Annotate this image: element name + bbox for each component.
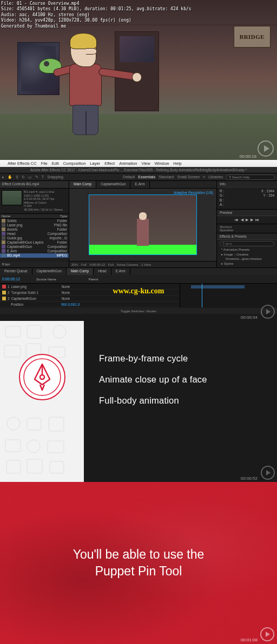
tl-tab-head[interactable]: Head xyxy=(94,268,111,275)
tl-tab-captain[interactable]: CaptainwithGun xyxy=(32,268,67,275)
project-columns: Name Type xyxy=(0,214,69,219)
meta-audio: Audio: aac, 44100 Hz, stereo (eng) xyxy=(1,12,192,18)
libraries-link[interactable]: Libraries xyxy=(208,175,223,179)
tl-tab-render[interactable]: Render Queue xyxy=(0,268,32,275)
adaptive-resolution-label: Adaptive Resolution (1/8) xyxy=(174,191,213,194)
pen-tool-badge-icon xyxy=(18,353,66,401)
meta-video: Video: h264, yuv420p, 1280x720, 30.00 fp… xyxy=(1,18,192,23)
menu-app[interactable]: After Effects CC xyxy=(8,161,37,166)
project-panel: Effect Controls BG.mp4 BG.mp4 ▾, used 1 … xyxy=(0,181,69,267)
search-icon: ⚲ xyxy=(222,242,225,245)
preview-last-icon[interactable]: ⏭ xyxy=(255,218,259,222)
animation-preview-frame: File: 01 - Course Overview.mp4 Size: 450… xyxy=(0,0,277,160)
play-icon[interactable] xyxy=(261,305,275,319)
slide-left-panel xyxy=(0,321,84,482)
bridge-sign: BRIDGE xyxy=(234,26,271,48)
zoom-tool-icon[interactable]: ⚲ xyxy=(16,175,18,179)
preview-play-icon[interactable]: ▶ xyxy=(246,218,248,222)
menu-window[interactable]: Window xyxy=(155,161,169,166)
preview-prev-icon[interactable]: ◀ xyxy=(241,218,243,222)
effects-panel-title[interactable]: Effects & Presets xyxy=(217,233,277,240)
menu-edit[interactable]: Edit xyxy=(52,161,59,166)
play-icon[interactable] xyxy=(260,627,274,641)
timecode[interactable]: 0:00:00:12 xyxy=(2,277,20,281)
preview-next-icon[interactable]: ▶ xyxy=(250,218,253,222)
pointer-tool-icon[interactable]: ▸ xyxy=(2,175,4,179)
layer-color xyxy=(2,297,6,300)
preview-first-icon[interactable]: ⏮ xyxy=(235,218,239,222)
layer-color xyxy=(2,291,6,294)
ws-default[interactable]: Default xyxy=(123,175,135,179)
course-slide-bullets: Frame-by-frame cycle Animate close up of… xyxy=(0,321,277,482)
svg-rect-0 xyxy=(5,326,21,337)
composition-viewer[interactable]: Adaptive Resolution (1/8) xyxy=(69,189,216,261)
svg-rect-11 xyxy=(48,441,64,453)
folder-icon xyxy=(2,219,5,223)
rotate-tool-icon[interactable]: ↻ xyxy=(22,175,25,179)
layer-color xyxy=(2,285,6,289)
toggle-switches[interactable]: Toggle Switches / Modes xyxy=(0,308,277,314)
play-icon[interactable] xyxy=(258,140,274,157)
search-icon: ⚲ xyxy=(229,175,231,179)
asset-thumbnail[interactable] xyxy=(2,190,22,205)
project-list[interactable]: SolidsFolder Laser.pngPNG file AssetsFol… xyxy=(0,219,69,262)
preset-row[interactable]: ▸ Image – Creative xyxy=(217,252,277,257)
menu-help[interactable]: Help xyxy=(173,161,181,166)
effects-search-input[interactable]: ⚲ glow xyxy=(220,241,274,246)
ws-more-icon[interactable]: » xyxy=(203,175,205,179)
project-tab[interactable]: Effect Controls BG.mp4 xyxy=(0,181,69,189)
comp-tab-captain[interactable]: CaptainwithGun xyxy=(96,181,130,188)
folder-icon xyxy=(2,227,5,231)
folder-icon xyxy=(2,240,5,244)
shortcut-label: ShortcutSpacebar xyxy=(217,224,277,233)
background-pattern xyxy=(0,321,84,482)
meta-generated: Generated by Thumbnail me xyxy=(1,24,192,29)
search-help-input[interactable]: ⚲ Search Help xyxy=(226,175,275,180)
hand-tool-icon[interactable]: ✋ xyxy=(8,175,12,179)
svg-rect-7 xyxy=(27,418,41,430)
menu-view[interactable]: View xyxy=(142,161,150,166)
video-metadata: File: 01 - Course Overview.mp4 Size: 450… xyxy=(1,1,192,29)
shape-tool-icon[interactable]: ▭ xyxy=(28,175,32,179)
comp-tab-main[interactable]: Main Comp xyxy=(69,181,96,188)
after-effects-ui: After Effects CC File Edit Composition L… xyxy=(0,160,277,321)
svg-rect-1 xyxy=(27,325,41,338)
timestamp: 00:00:18 xyxy=(240,154,256,159)
preview-panel-title[interactable]: Preview xyxy=(217,210,277,216)
tl-tab-main[interactable]: Main Comp xyxy=(67,268,94,275)
watermark: www.cg-ku.com xyxy=(113,287,164,296)
info-panel-title[interactable]: Info xyxy=(217,181,277,187)
timeline-graph[interactable] xyxy=(180,284,277,307)
mac-menubar[interactable]: After Effects CC File Edit Composition L… xyxy=(0,160,277,167)
preset-row[interactable]: Dimensio...glow+shadow xyxy=(217,257,277,261)
comp-icon xyxy=(2,232,5,236)
play-icon[interactable] xyxy=(261,466,275,480)
pen-tool-icon[interactable]: ✎ xyxy=(35,175,38,179)
preset-row[interactable]: ▸ Stylize xyxy=(217,261,277,266)
image-icon xyxy=(2,223,5,227)
playhead[interactable] xyxy=(202,284,202,307)
ws-standard[interactable]: Standard xyxy=(159,175,174,179)
comp-icon xyxy=(2,249,5,253)
composition-panel: Main Comp CaptainwithGun E.Arm Adaptive … xyxy=(69,181,216,267)
ws-essentials[interactable]: Essentials xyxy=(138,175,155,179)
menu-effect[interactable]: Effect xyxy=(104,161,115,166)
course-slide-red: You'll be able to use the Puppet Pin Too… xyxy=(0,482,277,644)
menu-composition[interactable]: Composition xyxy=(63,161,86,166)
preset-row[interactable]: * Animation Presets xyxy=(217,247,277,252)
menu-animation[interactable]: Animation xyxy=(119,161,137,166)
menu-layer[interactable]: Layer xyxy=(90,161,100,166)
bullet-3: Full-body animation xyxy=(99,395,262,406)
comp-tab-earm[interactable]: E.Arm xyxy=(130,181,149,188)
tl-tab-earm[interactable]: E.Arm xyxy=(111,268,130,275)
comp-icon xyxy=(2,245,5,249)
zoom-level[interactable]: 25% xyxy=(71,263,78,266)
ws-small[interactable]: Small Screen xyxy=(177,175,200,179)
text-tool-icon[interactable]: T xyxy=(42,175,44,179)
menu-file[interactable]: File xyxy=(41,161,48,166)
svg-rect-13 xyxy=(27,459,42,473)
toolbar: ▸ ✋ ⚲ ↻ ▭ ✎ T Snapping Default Essential… xyxy=(0,173,277,181)
bpc-indicator[interactable]: 8 bpc xyxy=(0,262,69,267)
snapping-label[interactable]: Snapping xyxy=(47,175,63,179)
meta-size: Size: 4505401 bytes (4.30 MiB), duration… xyxy=(1,6,192,12)
